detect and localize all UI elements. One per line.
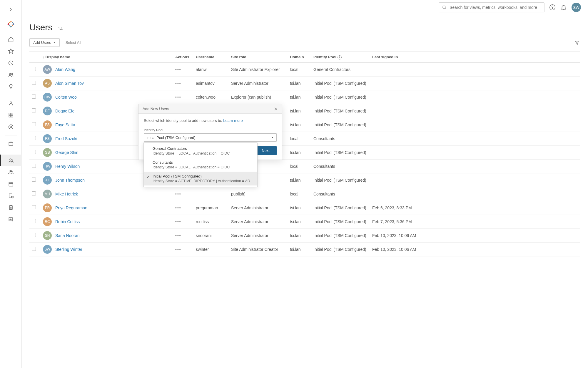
row-checkbox[interactable] [32,95,36,99]
row-checkbox[interactable] [32,219,36,223]
row-checkbox[interactable] [32,247,36,251]
modal-close-button[interactable] [274,107,278,111]
col-actions[interactable]: Actions [173,52,193,63]
row-checkbox[interactable] [32,150,36,154]
external-assets-icon[interactable] [0,138,22,150]
table-row: CWColten Woo•••colten.wooExplorer (can p… [29,90,580,104]
favorites-icon[interactable] [0,45,22,57]
user-avatar: AS [43,79,52,88]
option-name: Initial Pool (TSM Configured) [153,174,253,178]
cell-username: preguraman [193,201,229,215]
row-checkbox[interactable] [32,178,36,182]
shared-icon[interactable] [0,69,22,81]
row-actions-menu[interactable]: ••• [175,205,181,210]
cell-identity-pool: Initial Pool (TSM Configured) [311,76,370,90]
cell-domain: tsi.lan [288,145,311,159]
user-name-link[interactable]: Robin Cottiss [55,219,80,224]
user-name-link[interactable]: Henry Wilson [55,164,80,169]
row-checkbox[interactable] [32,108,36,112]
dropdown-option[interactable]: ConsultantsIdentity Store = LOCAL | Auth… [144,158,257,172]
row-checkbox[interactable] [32,233,36,237]
left-sidebar [0,0,22,368]
col-identity-pool[interactable]: Identity Pooli [311,52,370,63]
user-name-link[interactable]: Colten Woo [55,95,77,100]
next-button[interactable]: Next [255,146,277,155]
col-domain[interactable]: Domain [288,52,311,63]
svg-point-47 [552,9,552,9]
page-count: 14 [58,26,63,31]
row-checkbox[interactable] [32,81,36,85]
cell-username: swinter [193,242,229,256]
user-name-link[interactable]: Alan Wang [55,67,75,72]
row-checkbox[interactable] [32,67,36,71]
col-last-signed-in[interactable]: Last signed in [370,52,580,63]
explore-icon[interactable] [0,121,22,133]
help-icon[interactable] [549,4,556,11]
current-user-avatar[interactable]: SW [572,3,581,12]
sidebar-expand-icon[interactable] [0,4,22,15]
col-display-name[interactable]: ↑Display name [41,52,173,63]
users-nav-icon[interactable] [0,155,22,166]
user-name-link[interactable]: Faye Satta [55,122,75,127]
site-status-nav-icon[interactable] [0,213,22,225]
col-username[interactable]: Username [193,52,229,63]
search-input[interactable] [450,5,541,10]
row-actions-menu[interactable]: ••• [175,192,181,196]
svg-rect-37 [9,194,12,198]
cell-domain: tsi.lan [288,90,311,104]
jobs-nav-icon[interactable] [0,190,22,202]
identity-pool-select[interactable]: Initial Pool (TSM Configured) [144,133,277,142]
user-name-link[interactable]: Alon Siman Tov [55,81,84,86]
global-search[interactable] [439,2,544,12]
personal-space-icon[interactable] [0,97,22,109]
learn-more-link[interactable]: Learn more [223,118,243,123]
row-actions-menu[interactable]: ••• [175,233,181,238]
topbar: SW [22,0,588,15]
cell-last-signed-in [370,187,580,201]
recents-icon[interactable] [0,57,22,69]
svg-point-44 [443,6,445,9]
notifications-icon[interactable] [560,4,567,11]
info-icon[interactable]: i [338,55,342,59]
user-name-link[interactable]: Sterling Winter [55,247,82,252]
row-actions-menu[interactable]: ••• [175,219,181,224]
home-icon[interactable] [0,34,22,45]
user-name-link[interactable]: Sana Noorani [55,233,81,238]
collections-icon[interactable] [0,109,22,121]
user-avatar: SN [43,231,52,240]
filter-icon[interactable] [574,40,580,45]
dropdown-option[interactable]: General ContractorsIdentity Store = LOCA… [144,144,257,158]
row-checkbox[interactable] [32,205,36,209]
row-actions-menu[interactable]: ••• [175,67,181,72]
cell-username: colten.woo [193,90,229,104]
cell-domain: local [288,159,311,173]
row-checkbox[interactable] [32,136,36,140]
tasks-nav-icon[interactable] [0,202,22,213]
recommendations-icon[interactable] [0,81,22,92]
groups-nav-icon[interactable] [0,166,22,178]
svg-point-28 [10,159,11,160]
user-name-link[interactable]: Mike Hetrick [55,192,78,196]
user-name-link[interactable]: George Shin [55,150,78,155]
user-name-link[interactable]: Dogac Efe [55,109,74,113]
row-checkbox[interactable] [32,191,36,195]
row-checkbox[interactable] [32,122,36,126]
select-all-link[interactable]: Select All [66,40,81,45]
cell-identity-pool: Initial Pool (TSM Configured) [311,228,370,242]
cell-last-signed-in: Feb 10, 2023, 10:06 AM [370,228,580,242]
row-actions-menu[interactable]: ••• [175,247,181,252]
add-users-button[interactable]: Add Users [29,38,60,47]
row-actions-menu[interactable]: ••• [175,95,181,100]
row-checkbox[interactable] [32,164,36,168]
identity-pool-dropdown: General ContractorsIdentity Store = LOCA… [143,142,258,187]
user-avatar: PR [43,203,52,212]
user-name-link[interactable]: John Thompson [55,178,85,183]
user-avatar: AW [43,65,52,74]
col-site-role[interactable]: Site role [229,52,288,63]
dropdown-option[interactable]: ✓Initial Pool (TSM Configured)Identity S… [144,172,257,185]
user-name-link[interactable]: Priya Reguraman [55,205,87,210]
schedules-nav-icon[interactable] [0,178,22,190]
tableau-logo[interactable] [7,20,15,28]
user-name-link[interactable]: Fred Suzuki [55,136,77,141]
row-actions-menu[interactable]: ••• [175,81,181,86]
